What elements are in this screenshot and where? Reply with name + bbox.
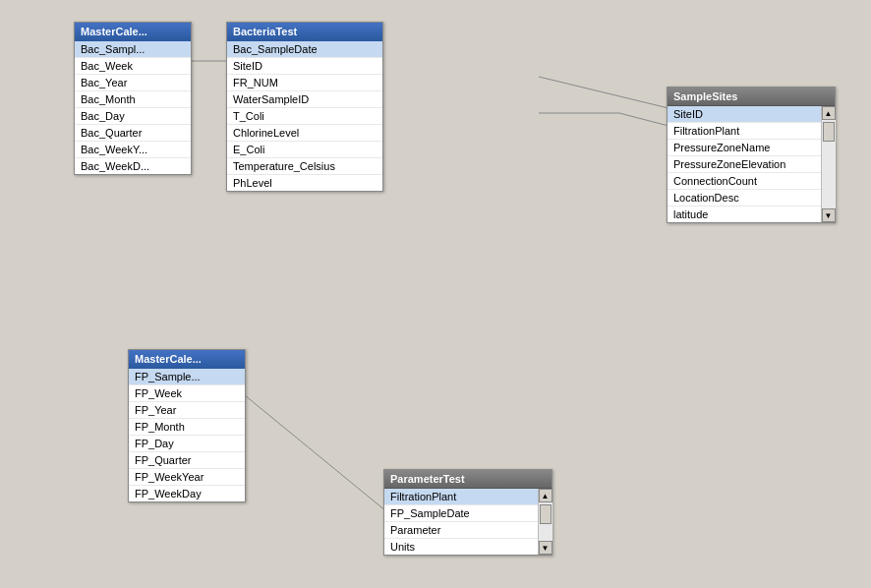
scroll-thumb[interactable] bbox=[823, 122, 835, 142]
field-row: ChlorineLevel bbox=[227, 125, 382, 142]
field-row: SiteID bbox=[668, 106, 821, 123]
field-row: FiltrationPlant bbox=[668, 123, 821, 140]
field-row: FP_Month bbox=[129, 419, 245, 436]
svg-line-4 bbox=[234, 386, 386, 511]
field-row: Bac_Quarter bbox=[75, 125, 191, 142]
parametertest-scrollbar[interactable]: ▲ ▼ bbox=[538, 489, 552, 555]
mastercale1-fields: Bac_Sampl... Bac_Week Bac_Year Bac_Month… bbox=[75, 41, 191, 174]
field-row: PressureZoneElevation bbox=[668, 156, 821, 173]
field-row: FP_Week bbox=[129, 385, 245, 402]
mastercale1-header[interactable]: MasterCale... bbox=[75, 23, 191, 41]
field-row: Bac_Day bbox=[75, 108, 191, 125]
scroll-thumb[interactable] bbox=[540, 504, 552, 524]
samplesites-table: SampleSites SiteID FiltrationPlant Press… bbox=[667, 87, 836, 223]
field-row: E_Coli bbox=[227, 142, 382, 158]
field-row: ConnectionCount bbox=[668, 173, 821, 190]
field-row: PhLevel bbox=[227, 175, 382, 191]
scroll-up-arrow[interactable]: ▲ bbox=[539, 489, 552, 502]
field-row: FP_WeekDay bbox=[129, 486, 245, 501]
samplesites-header[interactable]: SampleSites bbox=[668, 88, 835, 106]
field-row: PressureZoneName bbox=[668, 140, 821, 156]
parametertest-header[interactable]: ParameterTest bbox=[384, 470, 552, 489]
field-row: SiteID bbox=[227, 58, 382, 75]
field-row: Parameter bbox=[384, 522, 538, 539]
field-row: T_Coli bbox=[227, 108, 382, 125]
scroll-down-arrow[interactable]: ▼ bbox=[539, 541, 552, 555]
scroll-up-arrow[interactable]: ▲ bbox=[822, 106, 836, 120]
mastercale2-fields: FP_Sample... FP_Week FP_Year FP_Month FP… bbox=[129, 369, 245, 501]
scroll-down-arrow[interactable]: ▼ bbox=[822, 208, 836, 222]
field-row: FP_Sample... bbox=[129, 369, 245, 385]
field-row: Bac_Sampl... bbox=[75, 41, 191, 58]
mastercale2-header[interactable]: MasterCale... bbox=[129, 350, 245, 369]
diagram-canvas: MasterCale... Bac_Sampl... Bac_Week Bac_… bbox=[0, 0, 871, 588]
bacteriatest-table: BacteriaTest Bac_SampleDate SiteID FR_NU… bbox=[226, 22, 383, 192]
field-row: Bac_SampleDate bbox=[227, 41, 382, 58]
parametertest-fields: FiltrationPlant FP_SampleDate Parameter … bbox=[384, 489, 538, 555]
field-row: Bac_Week bbox=[75, 58, 191, 75]
field-row: FP_Year bbox=[129, 402, 245, 419]
field-row: Units bbox=[384, 539, 538, 555]
field-row: LocationDesc bbox=[668, 190, 821, 206]
scroll-track[interactable] bbox=[539, 502, 552, 541]
svg-line-3 bbox=[619, 113, 668, 126]
mastercale2-table: MasterCale... FP_Sample... FP_Week FP_Ye… bbox=[128, 349, 246, 502]
field-row: latitude bbox=[668, 206, 821, 222]
field-row: FP_Day bbox=[129, 436, 245, 452]
field-row: Bac_WeekY... bbox=[75, 142, 191, 158]
field-row: FP_WeekYear bbox=[129, 469, 245, 486]
field-row: FP_Quarter bbox=[129, 452, 245, 469]
bacteriatest-header[interactable]: BacteriaTest bbox=[227, 23, 382, 41]
scroll-track[interactable] bbox=[822, 120, 836, 208]
field-row: FiltrationPlant bbox=[384, 489, 538, 505]
parametertest-table: ParameterTest FiltrationPlant FP_SampleD… bbox=[383, 469, 552, 556]
samplesites-fields: SiteID FiltrationPlant PressureZoneName … bbox=[668, 106, 821, 222]
mastercale1-table: MasterCale... Bac_Sampl... Bac_Week Bac_… bbox=[74, 22, 192, 175]
field-row: FP_SampleDate bbox=[384, 505, 538, 522]
field-row: WaterSampleID bbox=[227, 91, 382, 108]
field-row: Temperature_Celsius bbox=[227, 158, 382, 175]
bacteriatest-fields: Bac_SampleDate SiteID FR_NUM WaterSample… bbox=[227, 41, 382, 191]
parametertest-scroll-container: FiltrationPlant FP_SampleDate Parameter … bbox=[384, 489, 552, 555]
samplesites-scrollbar[interactable]: ▲ ▼ bbox=[821, 106, 835, 222]
field-row: Bac_WeekD... bbox=[75, 158, 191, 174]
field-row: Bac_Month bbox=[75, 91, 191, 108]
field-row: FR_NUM bbox=[227, 75, 382, 91]
field-row: Bac_Year bbox=[75, 75, 191, 91]
samplesites-scroll-container: SiteID FiltrationPlant PressureZoneName … bbox=[668, 106, 835, 222]
svg-line-1 bbox=[539, 77, 668, 108]
